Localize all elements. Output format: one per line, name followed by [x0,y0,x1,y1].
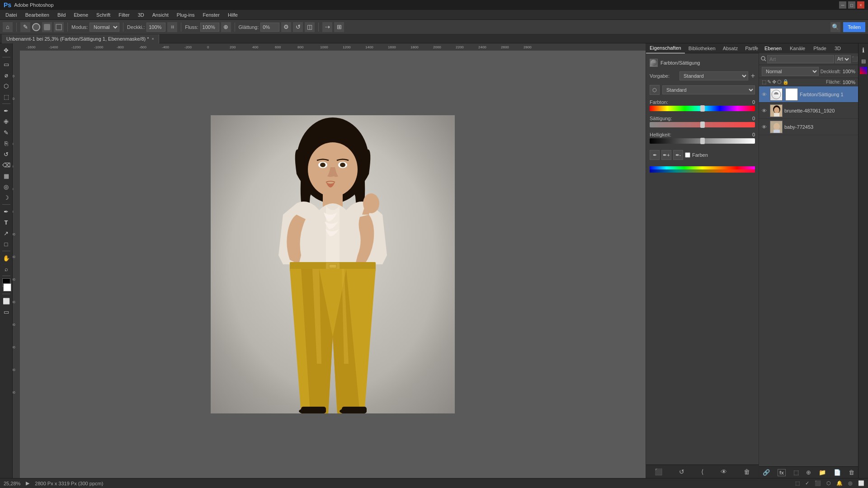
menu-ansicht[interactable]: Ansicht [149,11,172,19]
lasso-tool-icon[interactable]: ⌀ [1,70,11,80]
color-icon[interactable] [860,67,867,74]
props-eye-icon[interactable]: 👁 [721,468,727,475]
minimize-button[interactable]: ─ [839,1,846,9]
status-icon-2[interactable]: ✓ [805,480,809,486]
status-icon-6[interactable]: ◎ [848,480,853,486]
layers-mask-icon[interactable]: ⬚ [793,469,799,476]
smooth-extra-icon[interactable]: ◫ [305,22,315,32]
tab-kanaele[interactable]: Kanäle [786,45,809,52]
move-tool-icon[interactable]: ✥ [1,45,11,55]
select-tool-icon[interactable]: ⬡ [1,81,11,91]
lock-image-icon[interactable]: ✎ [767,79,771,85]
tab-3d[interactable]: 3D [831,45,844,52]
heal-tool-icon[interactable]: ✙ [1,117,11,127]
layer-item-brunette[interactable]: 👁 brunette-487061_1920 [759,103,858,119]
preset-select[interactable]: Standard [679,71,748,80]
history-brush-icon[interactable]: ↺ [1,149,11,159]
deck-input[interactable] [146,23,165,32]
layer-item-baby[interactable]: 👁 baby-772453 [759,119,858,135]
layers-toolbar-icon-1[interactable]: ⬛ [852,55,858,64]
pen-tool-icon[interactable]: ✒ [1,206,11,216]
hue-slider-thumb[interactable] [700,105,705,112]
mode-select[interactable]: Normal [90,23,119,32]
tilt-icon[interactable]: ⊞ [334,22,344,32]
layer-eye-brunette[interactable]: 👁 [762,108,768,113]
flow-icon[interactable]: ⊕ [221,22,231,32]
airbrush-icon[interactable]: ⌗ [167,22,177,32]
restore-button[interactable]: □ [848,1,855,9]
clone-tool-icon[interactable]: ⎘ [1,138,11,148]
layers-blend-select[interactable]: Normal [762,67,819,76]
properties-collapse-button[interactable]: ─ [746,45,750,50]
tab-pfade[interactable]: Pfade [810,45,830,52]
marquee-tool-icon[interactable]: ▭ [1,59,11,69]
lock-position-icon[interactable]: ✥ [772,79,776,85]
channel-full-icon[interactable]: ⬡ [650,85,660,95]
layers-folder-icon[interactable]: 📁 [819,469,826,476]
tab-eigenschaften[interactable]: Eigenschaften [646,43,685,53]
tab-farbe[interactable]: Farbe [741,43,762,53]
brush-main-icon[interactable]: ✎ [1,127,11,137]
layers-fx-icon[interactable]: fx [778,469,786,476]
share-button[interactable]: Teilen [843,22,865,32]
menu-bild[interactable]: Bild [54,11,69,19]
eraser-tool-icon[interactable]: ⌫ [1,160,11,170]
document-tab[interactable]: Unbenannt-1 bei 25,3% (Farbton/Sättigung… [2,34,159,43]
brush-mask-icon[interactable] [54,22,64,32]
smooth-curve-icon[interactable]: ↺ [293,22,303,32]
status-icon-1[interactable]: ⬚ [795,480,800,486]
menu-fenster[interactable]: Fenster [199,11,223,19]
menu-datei[interactable]: Datei [2,11,21,19]
doc-tab-close-button[interactable]: × [152,37,154,41]
angle-icon[interactable]: ⇢ [322,22,332,32]
path-select-icon[interactable]: ↗ [1,228,11,238]
lightness-slider-track[interactable] [650,138,755,144]
status-arrow[interactable]: ▶ [26,480,29,486]
layers-search-input[interactable] [767,55,834,63]
hue-slider-track[interactable] [650,106,755,111]
props-reset-icon[interactable]: ↺ [679,468,684,475]
histogram-icon[interactable]: ▤ [859,56,868,66]
channel-select[interactable]: Standard [662,85,755,94]
zoom-tool-icon[interactable]: ⌕ [1,264,11,274]
smooth-settings-icon[interactable]: ⚙ [281,22,291,32]
menu-3d[interactable]: 3D [134,11,148,19]
props-delete-icon[interactable]: 🗑 [744,468,750,475]
saturation-slider-thumb[interactable] [700,122,705,128]
crop-tool-icon[interactable]: ⬚ [1,92,11,102]
quick-mask-icon[interactable]: ⬜ [1,296,11,306]
dodge-tool-icon[interactable]: ☽ [1,192,11,202]
layer-eye-huesat[interactable]: 👁 [762,92,768,97]
info-icon[interactable]: ℹ [859,45,868,55]
smooth-input[interactable] [260,23,279,32]
brush-hardness-icon[interactable] [42,22,52,32]
hand-tool-icon[interactable]: ✋ [1,253,11,263]
tab-bibliotheken[interactable]: Bibliotheken [685,43,719,53]
brush-tool-icon[interactable]: ✎ [20,22,30,32]
layer-eye-baby[interactable]: 👁 [762,124,768,130]
status-icon-4[interactable]: ⬡ [826,480,831,486]
brush-size-icon[interactable] [32,23,40,31]
close-button[interactable]: × [857,1,864,9]
lock-transparent-icon[interactable]: ⬚ [762,79,766,85]
eyedropper-add-button[interactable]: ✒+ [661,150,671,160]
preset-add-icon[interactable]: + [751,72,755,80]
blur-tool-icon[interactable]: ◎ [1,182,11,192]
menu-filter[interactable]: Filter [115,11,133,19]
tab-ebenen[interactable]: Ebenen [761,45,785,52]
lightness-slider-thumb[interactable] [700,138,705,144]
status-icon-3[interactable]: ⬛ [815,480,821,486]
layer-item-huesat[interactable]: 👁 Farbton/Sättigung 1 [759,86,858,103]
tab-absatz[interactable]: Absatz [719,43,742,53]
flow-input[interactable] [200,23,219,32]
menu-schrift[interactable]: Schrift [93,11,114,19]
menu-hilfe[interactable]: Hilfe [224,11,241,19]
farben-checkbox[interactable] [685,152,690,158]
menu-plugins[interactable]: Plug-ins [173,11,198,19]
eyedropper-tool-icon[interactable]: ✒ [1,106,11,116]
layers-new-icon[interactable]: 📄 [834,469,841,476]
props-prev-icon[interactable]: ⟨ [701,468,703,475]
properties-close-button[interactable]: × [754,45,757,50]
menu-ebene[interactable]: Ebene [70,11,92,19]
home-icon[interactable]: ⌂ [3,22,13,32]
